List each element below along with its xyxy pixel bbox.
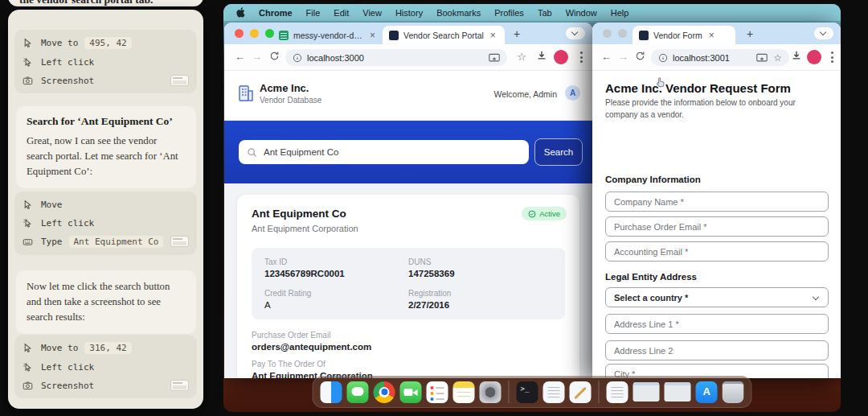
app-store-dock-icon[interactable] [696, 381, 718, 403]
new-tab-button[interactable]: + [514, 27, 520, 40]
site-info-icon [293, 53, 302, 63]
field-duns: DUNS 147258369 [408, 257, 552, 278]
vendor-legal-name: Ant Equipment Corporation [252, 224, 565, 233]
tab-messy-vendor-data[interactable]: messy-vendor-data - Googl × [272, 26, 382, 44]
close-tab-icon[interactable]: × [370, 30, 375, 41]
po-email-field[interactable]: Purchase Order Email * [605, 216, 829, 237]
minimized-window-thumbnail[interactable] [665, 382, 691, 402]
reminders-dock-icon[interactable] [427, 381, 448, 403]
check-circle-icon [528, 210, 536, 218]
agent-action-block-3: Move to 316, 42 Left click Screenshot [14, 335, 197, 398]
tab-strip: Vendor Form × + [592, 23, 841, 44]
field-registration: Registration 2/27/2016 [408, 289, 552, 310]
dock-separator [509, 381, 510, 403]
screenshot-thumbnail[interactable] [170, 75, 189, 86]
action-left-click: Left click [23, 217, 189, 229]
menu-help[interactable]: Help [611, 8, 629, 18]
tab-search-chevron[interactable] [566, 27, 585, 39]
cast-icon[interactable] [489, 53, 500, 63]
menu-edit[interactable]: Edit [334, 8, 349, 18]
chrome-menu-icon[interactable] [831, 51, 833, 63]
bookmark-star-icon[interactable]: ☆ [773, 52, 782, 64]
dock-separator [599, 381, 600, 403]
menubar-app-name[interactable]: Chrome [259, 8, 293, 18]
agent-previous-message-clipped: the vendor search portal tab. [8, 0, 203, 6]
tab-vendor-search-portal[interactable]: Vendor Search Portal × [383, 26, 505, 44]
minimize-window-button[interactable] [618, 29, 627, 38]
address-bar[interactable]: localhost:3000 [285, 49, 507, 66]
bookmark-star-icon[interactable]: ☆ [517, 51, 526, 63]
menu-profiles[interactable]: Profiles [494, 8, 524, 18]
menu-window[interactable]: Window [566, 8, 597, 18]
tab-search-chevron[interactable] [814, 27, 833, 39]
section-company-information: Company Information [605, 175, 701, 184]
address-bar[interactable]: localhost:3001 ☆ [651, 49, 789, 66]
cursor-click-icon [23, 217, 35, 229]
accounting-email-field[interactable]: Accounting Email * [605, 241, 829, 262]
address-line-1-field[interactable]: Address Line 1 * [605, 314, 829, 334]
back-button[interactable]: ← [235, 51, 245, 63]
menu-file[interactable]: File [306, 8, 321, 18]
settings-dock-icon[interactable] [480, 381, 502, 403]
camera-icon [23, 380, 35, 391]
reload-icon[interactable] [269, 50, 280, 64]
close-tab-icon[interactable]: × [490, 30, 496, 41]
menu-view[interactable]: View [362, 8, 382, 18]
cursor-click-icon [23, 361, 35, 373]
screenshot-thumbnail[interactable] [170, 380, 189, 391]
menu-tab[interactable]: Tab [538, 8, 552, 18]
minimize-window-button[interactable] [250, 29, 259, 38]
menu-bookmarks[interactable]: Bookmarks [436, 8, 481, 18]
vendor-name: Ant Equipment Co [252, 208, 565, 220]
form-favicon [639, 31, 649, 40]
facetime-dock-icon[interactable] [400, 381, 422, 403]
close-tab-icon[interactable]: × [709, 30, 714, 41]
search-button[interactable]: Search [534, 138, 583, 166]
macos-screen: Chrome File Edit View History Bookmarks … [223, 4, 841, 412]
action-type: Type Ant Equipment Co [23, 236, 189, 248]
profile-avatar[interactable] [807, 50, 821, 64]
user-avatar[interactable]: A [565, 85, 580, 101]
notes-dock-icon[interactable] [453, 381, 475, 403]
browser-toolbar: ← → localhost:3001 ☆ [592, 44, 841, 71]
apple-logo-icon[interactable] [236, 7, 245, 18]
company-name-field[interactable]: Company Name * [605, 192, 829, 212]
coordinates-chip: 316, 42 [84, 342, 131, 354]
vendor-portal-page: Acme Inc. Vendor Database Welcome, Admin… [224, 71, 592, 378]
vendor-result-card: Ant Equipment Co Active Ant Equipment Co… [237, 195, 579, 378]
chrome-window-vendor-form: Vendor Form × + ← → localhost:3001 ☆ [592, 23, 841, 378]
messages-dock-icon[interactable] [347, 381, 369, 403]
minimized-window-thumbnail[interactable] [633, 382, 660, 402]
portal-brand-subtitle: Vendor Database [260, 96, 321, 105]
close-window-button[interactable] [603, 29, 612, 38]
textedit-dock-icon[interactable] [570, 381, 592, 403]
macos-dock [313, 376, 752, 408]
country-select[interactable]: Select a country * [605, 287, 829, 307]
finder-dock-icon[interactable] [321, 381, 342, 403]
screenshot-thumbnail[interactable] [170, 236, 189, 247]
download-icon[interactable] [536, 50, 547, 64]
chrome-dock-icon[interactable] [374, 381, 395, 403]
file-dock-icon[interactable] [607, 381, 628, 403]
forward-button[interactable]: → [618, 51, 628, 63]
address-line-2-field[interactable]: Address Line 2 [605, 340, 829, 360]
screenshot-stage: the vendor search portal tab. Move to 49… [0, 0, 868, 416]
vendor-search-input[interactable]: Ant Equipment Co [239, 140, 529, 164]
terminal-dock-icon[interactable] [517, 381, 538, 403]
chrome-menu-icon[interactable] [580, 51, 583, 63]
status-badge: Active [522, 207, 567, 220]
new-tab-button[interactable]: + [747, 27, 753, 40]
vendor-details-panel: Tax ID 123456789RC0001 DUNS 147258369 Cr… [252, 248, 565, 319]
forward-button[interactable]: → [252, 51, 262, 63]
welcome-text: Welcome, Admin [493, 89, 557, 99]
close-window-button[interactable] [235, 29, 244, 38]
tab-vendor-form[interactable]: Vendor Form × [633, 26, 735, 44]
cast-icon[interactable] [756, 53, 768, 63]
document-dock-icon[interactable] [543, 381, 565, 403]
trash-dock-icon[interactable] [723, 381, 744, 403]
profile-avatar[interactable] [554, 50, 568, 64]
reload-icon[interactable] [635, 50, 645, 64]
menu-history[interactable]: History [395, 8, 423, 18]
back-button[interactable]: ← [601, 51, 612, 63]
download-icon[interactable] [791, 50, 802, 64]
